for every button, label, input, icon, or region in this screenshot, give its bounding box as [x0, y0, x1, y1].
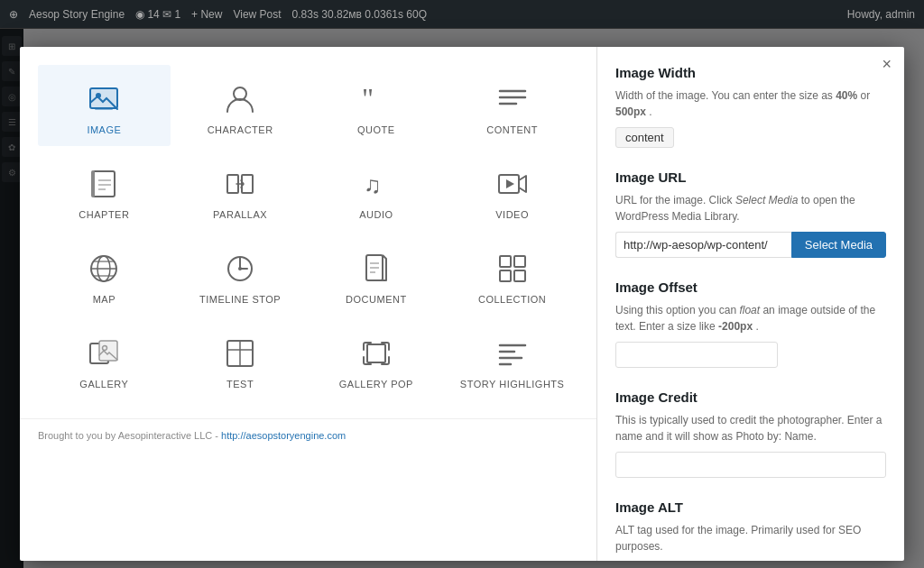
wp-logo-icon: ⊕ [9, 8, 18, 21]
image-offset-desc: Using this option you can float an image… [615, 302, 886, 334]
image-alt-title: Image ALT [615, 499, 886, 515]
quote-label: QUOTE [357, 124, 395, 135]
component-item-quote[interactable]: " QUOTE [310, 65, 443, 146]
content-icon [494, 81, 531, 117]
gallery-pop-icon [358, 335, 394, 371]
svg-rect-32 [500, 256, 511, 267]
collection-icon [494, 251, 531, 287]
component-grid-panel: IMAGE CHARACTER [20, 47, 597, 418]
component-item-document[interactable]: DOCUMENT [310, 234, 443, 316]
image-url-desc: URL for the image. Click Select Media to… [615, 192, 886, 224]
svg-rect-33 [514, 256, 525, 267]
image-credit-title: Image Credit [615, 389, 886, 405]
svg-rect-35 [514, 270, 525, 281]
image-alt-desc: ALT tag used for the image. Primarily us… [615, 522, 886, 554]
svg-marker-18 [506, 179, 514, 188]
settings-panel: Image Width Width of the image. You can … [597, 47, 904, 561]
admin-bar: ⊕ Aesop Story Engine ◉ 14 ✉ 1 + New View… [0, 0, 924, 29]
chapter-label: CHAPTER [79, 209, 129, 220]
admin-bar-howdy: Howdy, admin [847, 8, 915, 21]
story-highlights-label: STORY HIGHLIGHTS [460, 379, 565, 389]
component-item-gallery-pop[interactable]: GALLERY POP [310, 319, 443, 400]
svg-rect-9 [93, 171, 115, 197]
character-icon [222, 81, 258, 117]
gallery-icon [86, 335, 122, 371]
svg-rect-10 [91, 170, 95, 197]
component-item-map[interactable]: MAP [38, 234, 171, 316]
modal-close-button[interactable]: × [882, 56, 892, 72]
test-label: TEST [226, 379, 254, 389]
component-item-test[interactable]: TEST [174, 319, 307, 400]
image-url-input[interactable] [615, 232, 791, 258]
admin-bar-perf: 0.83s 30.82мв 0.0361s 60Q [292, 8, 427, 21]
component-item-chapter[interactable]: CHAPTER [38, 150, 171, 231]
image-credit-section: Image Credit This is typically used to c… [615, 389, 886, 478]
image-credit-input[interactable] [615, 452, 886, 478]
parallax-icon [222, 166, 258, 202]
image-url-title: Image URL [615, 169, 886, 185]
video-icon [494, 166, 531, 202]
map-label: MAP [93, 294, 116, 305]
image-icon [86, 81, 122, 117]
document-label: DOCUMENT [346, 294, 407, 305]
document-icon [358, 251, 394, 287]
component-item-collection[interactable]: COLLECTION [446, 234, 578, 316]
component-modal: × [20, 47, 904, 561]
image-url-input-group: Select Media [615, 232, 886, 258]
component-item-image[interactable]: IMAGE [38, 65, 171, 146]
component-item-parallax[interactable]: PARALLAX [174, 150, 307, 231]
image-width-value: content [615, 127, 674, 148]
component-item-character[interactable]: CHARACTER [174, 65, 307, 146]
audio-icon: ♫ [358, 166, 394, 202]
svg-point-27 [238, 267, 242, 270]
component-item-audio[interactable]: ♫ AUDIO [310, 150, 443, 231]
character-label: CHARACTER [208, 124, 273, 135]
collection-label: COLLECTION [478, 294, 546, 305]
admin-bar-new[interactable]: + New [191, 8, 222, 21]
gallery-label: GALLERY [79, 379, 128, 389]
svg-rect-34 [500, 270, 511, 281]
component-item-content[interactable]: CONTENT [446, 65, 578, 146]
svg-rect-42 [367, 344, 385, 362]
image-offset-input[interactable] [615, 342, 778, 368]
image-offset-section: Image Offset Using this option you can f… [615, 279, 886, 368]
parallax-label: PARALLAX [213, 209, 267, 220]
svg-rect-3 [95, 108, 113, 110]
component-item-story-highlights[interactable]: STORY HIGHLIGHTS [446, 319, 578, 400]
select-media-button[interactable]: Select Media [791, 232, 886, 258]
component-panel-wrapper: IMAGE CHARACTER [20, 47, 597, 561]
image-width-title: Image Width [615, 65, 886, 80]
component-grid: IMAGE CHARACTER [38, 65, 578, 400]
footer-link[interactable]: http://aesopstoryengine.com [221, 430, 346, 441]
modal-overlay: × [0, 29, 924, 568]
image-credit-desc: This is typically used to credit the pho… [615, 412, 886, 444]
component-item-video[interactable]: VIDEO [446, 150, 578, 231]
quote-icon: " [358, 81, 394, 117]
story-highlights-icon [494, 335, 531, 371]
image-width-desc: Width of the image. You can enter the si… [615, 87, 886, 120]
svg-text:♫: ♫ [364, 171, 382, 198]
svg-text:": " [362, 83, 374, 115]
image-label: IMAGE [87, 124, 121, 135]
image-url-section: Image URL URL for the image. Click Selec… [615, 169, 886, 258]
admin-bar-view-post[interactable]: View Post [233, 8, 281, 21]
component-item-gallery[interactable]: GALLERY [38, 319, 171, 400]
image-alt-section: Image ALT ALT tag used for the image. Pr… [615, 499, 886, 554]
svg-point-4 [234, 87, 246, 100]
content-label: CONTENT [486, 124, 538, 135]
timeline-stop-icon [222, 251, 258, 287]
modal-footer: Brought to you by Aesopinteractive LLC -… [20, 418, 596, 452]
audio-label: AUDIO [359, 209, 393, 220]
test-icon [222, 335, 258, 371]
footer-text: Brought to you by Aesopinteractive LLC - [38, 430, 221, 441]
site-name[interactable]: Aesop Story Engine [29, 8, 125, 21]
image-offset-title: Image Offset [615, 279, 886, 295]
chapter-icon [86, 166, 122, 202]
image-width-section: Image Width Width of the image. You can … [615, 65, 886, 148]
timeline-stop-label: TIMELINE STOP [199, 294, 281, 305]
admin-bar-stats: ◉ 14 ✉ 1 [135, 8, 180, 21]
map-icon [86, 251, 122, 287]
video-label: VIDEO [495, 209, 529, 220]
component-item-timeline-stop[interactable]: TIMELINE STOP [174, 234, 307, 316]
gallery-pop-label: GALLERY POP [339, 379, 413, 389]
